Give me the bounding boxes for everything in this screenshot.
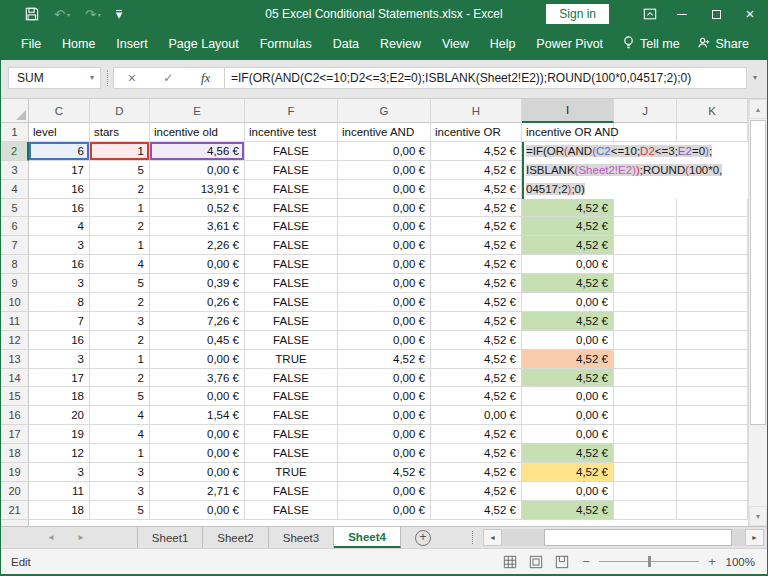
cell-F15[interactable]: FALSE (245, 387, 338, 406)
cell-C10[interactable]: 8 (29, 293, 90, 312)
undo-icon[interactable]: ↶▾ (54, 7, 70, 22)
redo-icon[interactable]: ↷▾ (85, 7, 101, 22)
cell-F9[interactable]: FALSE (245, 274, 338, 293)
ribbon-display-options-icon[interactable] (635, 0, 665, 28)
cell-C11[interactable]: 7 (29, 312, 90, 331)
column-header-I[interactable]: I (522, 99, 614, 123)
cell-H17[interactable]: 4,52 € (431, 425, 522, 444)
cell-K13[interactable] (677, 350, 748, 369)
column-header-F[interactable]: F (245, 99, 338, 123)
cell-F2[interactable]: FALSE (245, 142, 338, 161)
cell-G4[interactable]: 0,00 € (338, 180, 431, 199)
sheet-tab-sheet3[interactable]: Sheet3 (269, 527, 334, 548)
cell-K12[interactable] (677, 331, 748, 350)
cell-I9[interactable]: 4,52 € (522, 274, 614, 293)
row-header-6[interactable]: 6 (1, 217, 29, 236)
cell-C16[interactable]: 20 (29, 406, 90, 425)
cell-I8[interactable]: 0,00 € (522, 255, 614, 274)
row-header-12[interactable]: 12 (1, 331, 29, 350)
cell-G19[interactable]: 4,52 € (338, 463, 431, 482)
name-box-dropdown-icon[interactable]: ▾ (90, 73, 100, 82)
cell-E3[interactable]: 0,00 € (150, 161, 245, 180)
cell-H1[interactable]: incentive OR (431, 123, 522, 142)
cell-J13[interactable] (614, 350, 677, 369)
cell-J16[interactable] (614, 406, 677, 425)
cell-C2[interactable]: 6 (29, 142, 90, 161)
row-header-5[interactable]: 5 (1, 199, 29, 218)
cell-E9[interactable]: 0,39 € (150, 274, 245, 293)
column-header-K[interactable]: K (677, 99, 748, 123)
cell-G2[interactable]: 0,00 € (338, 142, 431, 161)
cell-J14[interactable] (614, 369, 677, 388)
tab-help[interactable]: Help (488, 33, 518, 55)
row-header-2[interactable]: 2 (1, 142, 29, 161)
scroll-down-icon[interactable]: ▼ (749, 506, 767, 526)
cell-G17[interactable]: 0,00 € (338, 425, 431, 444)
cell-I11[interactable]: 4,52 € (522, 312, 614, 331)
cell-E20[interactable]: 2,71 € (150, 482, 245, 501)
name-box[interactable]: SUM ▾ (8, 67, 101, 89)
cell-F13[interactable]: TRUE (245, 350, 338, 369)
select-all-button[interactable] (1, 99, 29, 123)
zoom-level[interactable]: 100% (723, 556, 767, 568)
tab-power-pivot[interactable]: Power Pivot (534, 33, 605, 55)
enter-check-icon[interactable]: ✓ (163, 71, 173, 85)
cell-I21[interactable]: 4,52 € (522, 501, 614, 520)
cell-H4[interactable]: 4,52 € (431, 180, 522, 199)
cell-I15[interactable]: 0,00 € (522, 387, 614, 406)
row-header-20[interactable]: 20 (1, 482, 29, 501)
cell-H3[interactable]: 4,52 € (431, 161, 522, 180)
cell-D18[interactable]: 1 (90, 444, 150, 463)
cell-K17[interactable] (677, 425, 748, 444)
row-header-1[interactable]: 1 (1, 123, 29, 142)
cell-D19[interactable]: 3 (90, 463, 150, 482)
tab-view[interactable]: View (440, 33, 471, 55)
tab-formulas[interactable]: Formulas (258, 33, 314, 55)
cell-E21[interactable]: 0,00 € (150, 501, 245, 520)
cell-C20[interactable]: 11 (29, 482, 90, 501)
cell-G8[interactable]: 0,00 € (338, 255, 431, 274)
cell-I1[interactable]: incentive OR AND (522, 123, 614, 142)
cell-F1[interactable]: incentive test (245, 123, 338, 142)
row-header-16[interactable]: 16 (1, 406, 29, 425)
cell-J17[interactable] (614, 425, 677, 444)
column-header-D[interactable]: D (90, 99, 150, 123)
horizontal-scroll-track[interactable] (502, 529, 745, 546)
cell-D12[interactable]: 2 (90, 331, 150, 350)
column-header-J[interactable]: J (614, 99, 677, 123)
cell-G6[interactable]: 0,00 € (338, 217, 431, 236)
column-header-G[interactable]: G (338, 99, 431, 123)
cell-D7[interactable]: 1 (90, 236, 150, 255)
row-header-3[interactable]: 3 (1, 161, 29, 180)
cell-E12[interactable]: 0,45 € (150, 331, 245, 350)
cell-G21[interactable]: 0,00 € (338, 501, 431, 520)
cell-K19[interactable] (677, 463, 748, 482)
hscroll-right-icon[interactable]: ► (745, 529, 764, 546)
cell-H6[interactable]: 4,52 € (431, 217, 522, 236)
cell-D5[interactable]: 1 (90, 199, 150, 218)
cell-G15[interactable]: 0,00 € (338, 387, 431, 406)
sheet-tab-sheet2[interactable]: Sheet2 (203, 527, 268, 548)
cell-D16[interactable]: 4 (90, 406, 150, 425)
row-header-19[interactable]: 19 (1, 463, 29, 482)
cell-J8[interactable] (614, 255, 677, 274)
cell-D9[interactable]: 5 (90, 274, 150, 293)
cell-F8[interactable]: FALSE (245, 255, 338, 274)
cell-C15[interactable]: 18 (29, 387, 90, 406)
cell-J7[interactable] (614, 236, 677, 255)
cell-H11[interactable]: 4,52 € (431, 312, 522, 331)
cell-K21[interactable] (677, 501, 748, 520)
horizontal-scroll-thumb[interactable] (544, 529, 732, 546)
cell-E16[interactable]: 1,54 € (150, 406, 245, 425)
expand-formula-bar-icon[interactable]: ▾ (747, 73, 763, 82)
cell-K18[interactable] (677, 444, 748, 463)
cell-D3[interactable]: 5 (90, 161, 150, 180)
cell-E8[interactable]: 0,00 € (150, 255, 245, 274)
cell-F21[interactable]: FALSE (245, 501, 338, 520)
row-header-21[interactable]: 21 (1, 501, 29, 520)
minimize-button[interactable] (665, 0, 699, 28)
cell-H15[interactable]: 4,52 € (431, 387, 522, 406)
column-header-H[interactable]: H (431, 99, 522, 123)
cell-D2[interactable]: 1 (90, 142, 150, 161)
cell-K8[interactable] (677, 255, 748, 274)
